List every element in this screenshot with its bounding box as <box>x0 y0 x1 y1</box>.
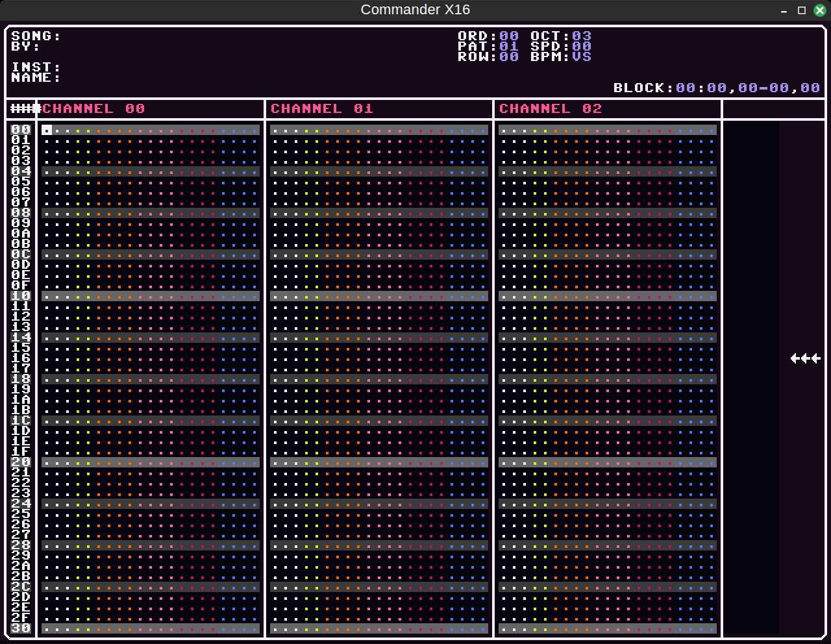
svg-text:Commander X16: Commander X16 <box>361 1 471 18</box>
